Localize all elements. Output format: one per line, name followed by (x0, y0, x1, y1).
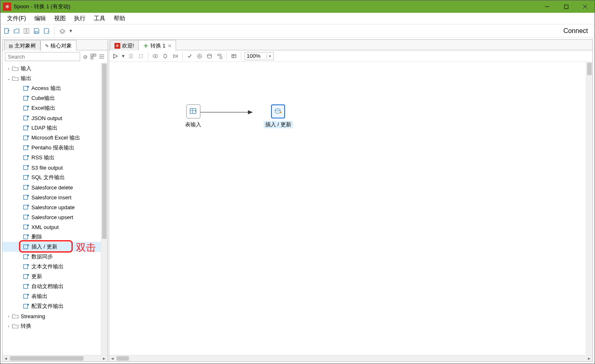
tree-step[interactable]: 自动文档输出 (2, 281, 101, 291)
editor-tabs: ✻ 欢迎! 转换 1 ✕ (109, 40, 593, 50)
menu-run[interactable]: 执行 (70, 13, 90, 24)
tree-step[interactable]: Excel输出 (2, 103, 101, 113)
hop-arrow[interactable] (198, 110, 269, 115)
close-button[interactable] (576, 0, 595, 13)
svg-rect-52 (24, 265, 28, 269)
run-options-icon[interactable]: ▾ (121, 52, 125, 60)
menu-tools[interactable]: 工具 (90, 13, 109, 24)
svg-point-72 (198, 54, 202, 58)
toolbar-saveas-icon[interactable] (43, 27, 50, 35)
svg-point-35 (27, 175, 29, 177)
run-icon[interactable] (112, 52, 119, 60)
replay-icon[interactable] (171, 52, 179, 60)
sidebar-scrollbar-vertical[interactable] (101, 63, 107, 355)
tree-step[interactable]: Access 输出 (2, 83, 101, 93)
tree-folder[interactable]: ›转换 (2, 321, 101, 331)
verify-icon[interactable] (186, 52, 193, 60)
toolbar: ▾ Connect (0, 24, 595, 38)
svg-point-45 (27, 225, 29, 226)
stop-icon[interactable] (137, 52, 145, 60)
table-input-icon (189, 107, 198, 116)
tree-step[interactable]: 配置文件输出 (2, 301, 101, 311)
tree-step[interactable]: RSS 输出 (2, 153, 101, 163)
connect-link[interactable]: Connect (559, 26, 592, 35)
tree-step[interactable]: XML output (2, 222, 101, 232)
node-table-input[interactable]: 表输入 (185, 104, 201, 128)
menu-help[interactable]: 帮助 (109, 13, 129, 24)
tree-step[interactable]: Microsoft Excel 输出 (2, 133, 101, 143)
toolbar-open-icon[interactable] (13, 27, 20, 35)
toolbar-save-icon[interactable] (33, 27, 40, 35)
minimize-button[interactable] (538, 0, 557, 13)
svg-rect-16 (24, 86, 28, 90)
canvas[interactable]: 表输入 插入 / 更新 (109, 62, 586, 355)
zoom-control[interactable]: ▾ (245, 52, 274, 60)
tab-close-icon[interactable]: ✕ (167, 43, 171, 49)
tab-welcome[interactable]: ✻ 欢迎! (110, 40, 139, 50)
tree-step[interactable]: SQL 文件输出 (2, 173, 101, 182)
tab-transformation[interactable]: 转换 1 ✕ (138, 40, 176, 50)
svg-point-62 (145, 45, 146, 47)
svg-rect-8 (27, 28, 29, 33)
svg-rect-7 (24, 28, 26, 33)
tree-folder[interactable]: ⌄输出 (2, 73, 101, 83)
clear-search-icon[interactable]: ⊘ (82, 53, 88, 60)
menu-file[interactable]: 文件(F) (3, 13, 30, 24)
svg-point-51 (27, 254, 29, 256)
tree-step[interactable]: 文本文件输出 (2, 262, 101, 272)
tree-step[interactable]: JSON output (2, 113, 101, 123)
canvas-scrollbar-horizontal[interactable]: ◄ ► (109, 355, 593, 362)
tree-folder[interactable]: ›输入 (2, 64, 101, 73)
tree-step[interactable]: 更新 (2, 272, 101, 281)
tree-step[interactable]: Salesforce upsert (2, 212, 101, 222)
toolbar-perspective-icon[interactable] (59, 27, 66, 35)
tree-step[interactable]: Salesforce insert (2, 192, 101, 202)
pause-icon[interactable] (127, 52, 135, 60)
tree-step[interactable]: 删除 (2, 232, 101, 242)
sql-icon[interactable] (206, 52, 213, 60)
sidebar-scrollbar-horizontal[interactable]: ◄ ► (2, 355, 107, 362)
toolbar-dropdown-icon[interactable]: ▾ (69, 27, 73, 35)
show-results-icon[interactable] (230, 52, 238, 60)
search-input[interactable] (5, 52, 80, 61)
menu-view[interactable]: 视图 (50, 13, 70, 24)
svg-rect-76 (232, 54, 236, 58)
tree-step[interactable]: S3 file output (2, 163, 101, 173)
svg-rect-81 (190, 109, 196, 113)
tree-step[interactable]: 表输出 (2, 291, 101, 301)
tree-step[interactable]: Pentaho 报表输出 (2, 143, 101, 153)
preview-icon[interactable] (152, 52, 159, 60)
svg-rect-54 (24, 274, 28, 279)
menu-edit[interactable]: 编辑 (30, 13, 50, 24)
collapse-all-icon[interactable] (98, 53, 105, 60)
node-insert-update[interactable]: 插入 / 更新 (264, 104, 293, 128)
explore-db-icon[interactable] (216, 52, 223, 60)
tree-step[interactable]: 插入 / 更新 (2, 242, 101, 252)
zoom-dropdown-icon[interactable]: ▾ (267, 54, 273, 58)
svg-rect-1 (564, 5, 568, 9)
svg-point-19 (27, 96, 29, 97)
debug-icon[interactable] (162, 52, 169, 60)
svg-point-57 (27, 284, 29, 286)
toolbar-explore-icon[interactable] (23, 27, 30, 35)
impact-icon[interactable] (196, 52, 203, 60)
canvas-scrollbar-vertical[interactable] (586, 62, 593, 355)
transformation-icon (143, 43, 149, 49)
tree-step[interactable]: Salesforce update (2, 202, 101, 212)
svg-point-73 (207, 54, 212, 56)
sidebar-tab-design[interactable]: ✎ 核心对象 (40, 40, 76, 50)
tree-folder[interactable]: ›Streaming (2, 311, 101, 321)
svg-rect-20 (24, 106, 28, 110)
tree-step[interactable]: LDAP 输出 (2, 123, 101, 133)
sidebar-tab-view[interactable]: ▤ 主对象树 (4, 40, 40, 50)
tree-step[interactable]: 数据同步 (2, 252, 101, 262)
svg-point-68 (164, 54, 167, 58)
svg-point-33 (27, 165, 29, 167)
zoom-input[interactable] (245, 53, 267, 59)
maximize-button[interactable] (557, 0, 576, 13)
tree-step[interactable]: Salesforce delete (2, 182, 101, 192)
expand-all-icon[interactable] (90, 53, 97, 60)
tree-step[interactable]: Cube输出 (2, 93, 101, 103)
toolbar-new-icon[interactable] (3, 27, 10, 35)
tab-label: 欢迎! (122, 42, 134, 50)
